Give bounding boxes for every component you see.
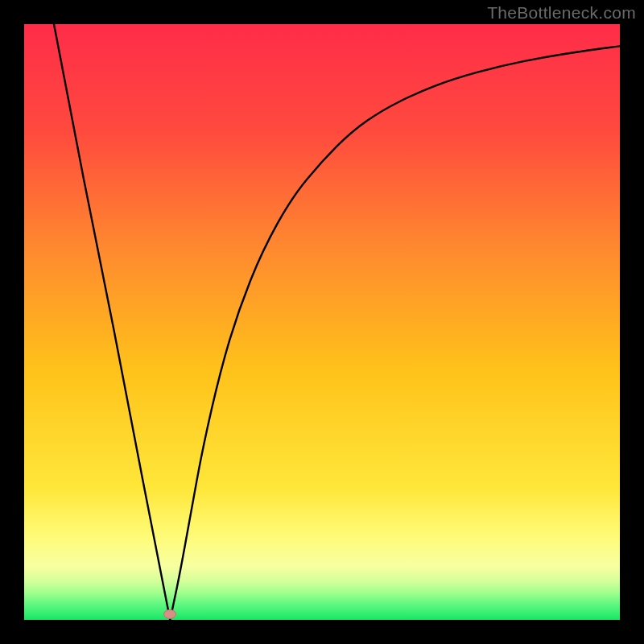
- chart-frame: TheBottleneck.com: [0, 0, 644, 644]
- watermark-text: TheBottleneck.com: [487, 3, 636, 23]
- plot-area: [24, 24, 620, 620]
- optimum-marker: [163, 609, 176, 619]
- curve-layer: [24, 24, 620, 620]
- bottleneck-curve: [54, 24, 620, 620]
